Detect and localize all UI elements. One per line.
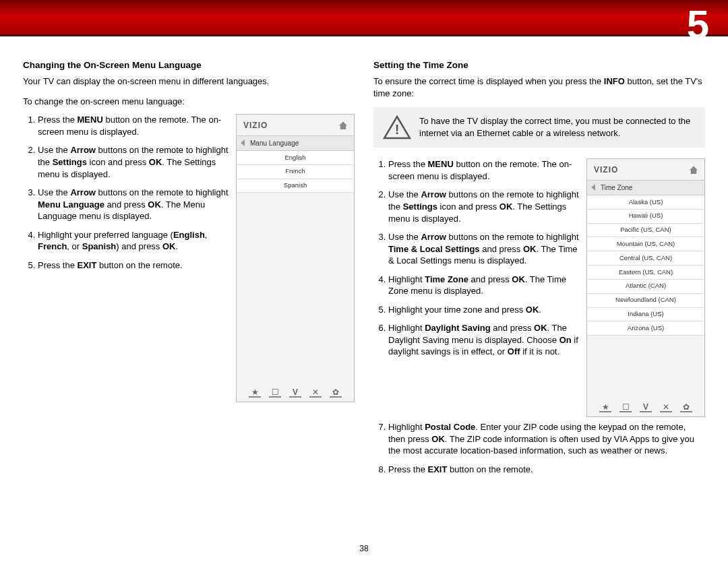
page-body: Changing the On-Screen Menu Language You…: [0, 36, 728, 482]
menu-item: Atlantic (CAN): [587, 280, 704, 294]
menu-item: Arizona (US): [587, 321, 704, 336]
menu-title: Manu Language: [250, 139, 299, 148]
gear-icon: ✿: [330, 388, 342, 398]
step: Highlight Time Zone and press OK. The Ti…: [388, 274, 580, 297]
cc-icon: ☐: [619, 403, 632, 412]
step: Press the MENU button on the remote. The…: [38, 114, 229, 137]
menu-title-row: Time Zone: [587, 180, 704, 196]
menu-item: Spanish: [237, 179, 354, 193]
menu-item: Central (US, CAN): [587, 251, 704, 266]
section-title-language: Changing the On-Screen Menu Language: [23, 59, 355, 71]
chapter-number: 5: [687, 0, 709, 52]
section-title-timezone: Setting the Time Zone: [373, 59, 705, 71]
column-left: Changing the On-Screen Menu Language You…: [23, 59, 355, 482]
menu-item: Pacific (US, CAN): [587, 224, 704, 238]
panel-footer: ★ ☐ V ✕ ✿: [237, 388, 354, 398]
close-icon: ✕: [660, 403, 672, 412]
step: Highlight Daylight Saving and press OK. …: [388, 322, 580, 358]
menu-item: English: [237, 151, 354, 165]
step: Press the MENU button on the remote. The…: [388, 158, 580, 182]
steps-timezone: Press the MENU button on the remote. The…: [373, 158, 580, 358]
steps-language: Press the MENU button on the remote. The…: [23, 114, 229, 271]
step: Use the Arrow buttons on the remote to h…: [38, 144, 229, 180]
panel-brand: VIZIO: [594, 164, 618, 175]
panel-brand: VIZIO: [243, 120, 268, 131]
step: Highlight your preferred language (Engli…: [38, 229, 229, 253]
step: Use the Arrow buttons on the remote to h…: [388, 189, 580, 224]
warning-icon: !: [383, 115, 411, 139]
step: Use the Arrow buttons on the remote to h…: [388, 231, 580, 267]
menu-item: Alaska (US): [587, 195, 704, 210]
menu-item: Mountain (US, CAN): [587, 237, 704, 251]
page-number: 38: [0, 543, 728, 554]
chapter-header: 5: [0, 0, 728, 36]
gear-icon: ✿: [680, 403, 692, 412]
step: Highlight your time zone and press OK.: [388, 304, 580, 316]
v-icon: V: [289, 388, 301, 398]
svg-text:!: !: [395, 122, 400, 137]
close-icon: ✕: [309, 388, 322, 398]
menu-title: Time Zone: [601, 183, 632, 193]
step: Highlight Postal Code. Enter your ZIP co…: [388, 421, 705, 457]
panel-footer: ★ ☐ V ✕ ✿: [587, 403, 704, 412]
column-right: Setting the Time Zone To ensure the corr…: [373, 59, 705, 482]
menu-panel-timezone: VIZIO Time Zone Alaska (US) Hawaii (US) …: [586, 158, 705, 417]
intro-language: Your TV can display the on-screen menu i…: [23, 75, 355, 88]
cc-icon: ☐: [269, 388, 281, 398]
menu-item: French: [237, 165, 354, 179]
star-icon: ★: [249, 388, 261, 398]
menu-item: Newfoundland (CAN): [587, 294, 704, 308]
v-icon: V: [640, 403, 652, 412]
subintro-language: To change the on-screen menu language:: [23, 96, 355, 108]
intro-timezone: To ensure the correct time is displayed …: [373, 75, 705, 99]
star-icon: ★: [599, 403, 611, 412]
steps-timezone-cont: Highlight Postal Code. Enter your ZIP co…: [373, 421, 705, 475]
menu-panel-language: VIZIO Manu Language English French Spani…: [236, 114, 355, 402]
step: Press the EXIT button on the remote.: [38, 259, 229, 272]
warning-box: ! To have the TV display the correct tim…: [373, 107, 705, 148]
menu-item: Eastern (US, CAN): [587, 266, 704, 280]
menu-item: Indiana (US): [587, 308, 704, 322]
menu-item: Hawaii (US): [587, 210, 704, 224]
step: Press the EXIT button on the remote.: [388, 464, 705, 476]
step: Use the Arrow buttons on the remote to h…: [38, 187, 229, 222]
warning-text: To have the TV display the correct time,…: [419, 115, 696, 139]
menu-title-row: Manu Language: [237, 135, 354, 152]
back-icon: [241, 139, 245, 146]
home-icon: [690, 166, 698, 174]
home-icon: [339, 121, 347, 129]
back-icon: [591, 184, 595, 191]
